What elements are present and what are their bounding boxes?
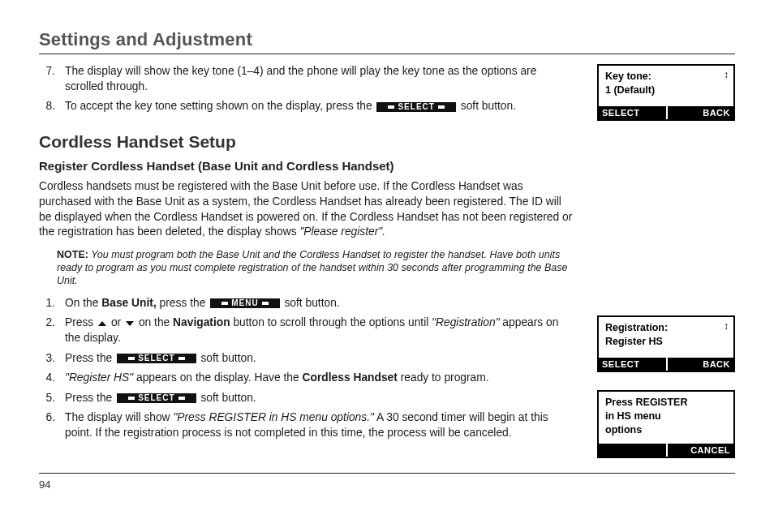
step-8: 8. To accept the key tone setting shown …	[39, 99, 574, 114]
step-2: 2. Press or on the Navigation button to …	[39, 315, 574, 345]
select-softkey-icon: SELECT	[117, 393, 196, 403]
lcd-softkey-right: CANCEL	[666, 444, 733, 457]
t-quote: "Registration"	[432, 316, 499, 328]
step-text-pre: To accept the key tone setting shown on …	[65, 100, 375, 112]
softkey-label: SELECT	[138, 353, 174, 364]
steps-keytone: 7. The display will show the key tone (1…	[39, 64, 574, 114]
cordless-title: Cordless Handset Setup	[39, 131, 574, 153]
lcd-softkey-left: SELECT	[599, 106, 666, 119]
step-text: Press the SELECT soft button.	[65, 351, 574, 367]
page-number: 94	[39, 478, 735, 491]
content-columns: 7. The display will show the key tone (1…	[39, 64, 735, 458]
step-text: The display will show the key tone (1–4)…	[65, 64, 574, 94]
t-quote: "Register HS"	[65, 371, 133, 384]
step-text: On the Base Unit, press the MENU soft bu…	[65, 296, 574, 311]
step-6: 6. The display will show "Press REGISTER…	[39, 410, 574, 440]
lcd-softkey-right: BACK	[666, 106, 733, 119]
select-softkey-icon: SELECT	[376, 102, 455, 112]
lcd-body: Press REGISTER in HS menu options	[599, 392, 733, 444]
lcd-line: Registration:	[605, 322, 727, 333]
t-bold: Cordless Handset	[303, 371, 398, 384]
lcd-line: options	[605, 424, 727, 435]
lcd-line: in HS menu	[605, 410, 727, 422]
t: soft button.	[198, 352, 256, 364]
note-block: NOTE: You must program both the Base Uni…	[57, 248, 574, 288]
step-number: 6.	[39, 410, 55, 440]
step-number: 7.	[39, 64, 55, 94]
steps-register: 1. On the Base Unit, press the MENU soft…	[39, 296, 574, 441]
lcd-body: ↕ Key tone: 1 (Default)	[599, 66, 733, 106]
t: On the	[65, 297, 101, 309]
lcd-line: 1 (Default)	[605, 84, 727, 96]
scroll-indicator-icon: ↕	[724, 321, 729, 331]
lcd-softkey-row: CANCEL	[599, 444, 733, 457]
step-text-post: soft button.	[458, 100, 516, 112]
t-bold: Base Unit,	[101, 297, 156, 309]
step-number: 3.	[39, 351, 55, 367]
lcd-softkey-row: SELECT BACK	[599, 106, 733, 119]
t: ready to program.	[398, 371, 489, 384]
step-number: 4.	[39, 371, 55, 386]
lcd-press-register: Press REGISTER in HS menu options CANCEL	[597, 390, 735, 458]
step-1: 1. On the Base Unit, press the MENU soft…	[39, 296, 574, 311]
note-body: You must program both the Base Unit and …	[57, 249, 568, 287]
lcd-softkey-right: BACK	[666, 358, 733, 371]
t: appears on the display. Have the	[133, 371, 302, 384]
softkey-label: MENU	[231, 298, 258, 309]
t: on the	[135, 316, 173, 328]
t: button to scroll through the options unt…	[230, 316, 432, 328]
menu-softkey-icon: MENU	[210, 298, 279, 308]
section-title: Settings and Adjustment	[39, 29, 735, 50]
lcd-softkey-left: SELECT	[599, 358, 666, 371]
footer-rule	[39, 473, 735, 474]
lcd-body: ↕ Registration: Register HS	[599, 317, 733, 358]
spacer	[597, 372, 735, 390]
title-rule	[39, 54, 735, 54]
step-number: 2.	[39, 315, 55, 345]
arrow-up-icon	[98, 321, 106, 326]
register-subtitle: Register Cordless Handset (Base Unit and…	[39, 158, 574, 174]
document-page: Settings and Adjustment 7. The display w…	[0, 0, 774, 491]
t: soft button.	[282, 297, 340, 309]
lcd-softkey-row: SELECT BACK	[599, 358, 733, 371]
softkey-label: SELECT	[138, 393, 174, 404]
t: or	[108, 316, 124, 328]
step-4: 4. "Register HS" appears on the display.…	[39, 371, 574, 386]
t: The display will show	[65, 411, 173, 423]
main-column: 7. The display will show the key tone (1…	[39, 64, 574, 458]
step-3: 3. Press the SELECT soft button.	[39, 351, 574, 367]
lcd-line: Press REGISTER	[605, 397, 727, 408]
lcd-line: Key tone:	[605, 71, 727, 82]
step-5: 5. Press the SELECT soft button.	[39, 391, 574, 406]
step-text: To accept the key tone setting shown on …	[65, 99, 574, 114]
step-text: The display will show "Press REGISTER in…	[65, 410, 574, 440]
step-text: Press or on the Navigation button to scr…	[65, 315, 574, 345]
step-number: 1.	[39, 296, 55, 311]
step-7: 7. The display will show the key tone (1…	[39, 64, 574, 94]
softkey-label: SELECT	[398, 101, 434, 113]
select-softkey-icon: SELECT	[117, 354, 196, 363]
t: Press	[65, 316, 97, 328]
arrow-down-icon	[126, 321, 134, 326]
lcd-keytone: ↕ Key tone: 1 (Default) SELECT BACK	[597, 64, 735, 121]
t: Press the	[65, 392, 115, 404]
lcd-softkey-left-blank	[599, 444, 666, 457]
lcd-line: Register HS	[605, 336, 727, 347]
intro-quote: "Please register".	[299, 225, 385, 238]
step-number: 8.	[39, 99, 55, 114]
spacer	[597, 121, 735, 315]
step-text: Press the SELECT soft button.	[65, 391, 574, 406]
t-bold: Navigation	[173, 316, 230, 328]
t-quote: "Press REGISTER in HS menu options."	[173, 411, 374, 423]
step-number: 5.	[39, 391, 55, 406]
intro-paragraph: Cordless handsets must be registered wit…	[39, 179, 574, 240]
side-column: ↕ Key tone: 1 (Default) SELECT BACK ↕ Re…	[597, 64, 735, 458]
scroll-indicator-icon: ↕	[724, 70, 729, 79]
note-label: NOTE:	[57, 249, 88, 260]
t: press the	[157, 297, 209, 309]
t: soft button.	[198, 392, 256, 404]
lcd-registration: ↕ Registration: Register HS SELECT BACK	[597, 315, 735, 372]
t: Press the	[65, 352, 115, 364]
step-text: "Register HS" appears on the display. Ha…	[65, 371, 574, 386]
